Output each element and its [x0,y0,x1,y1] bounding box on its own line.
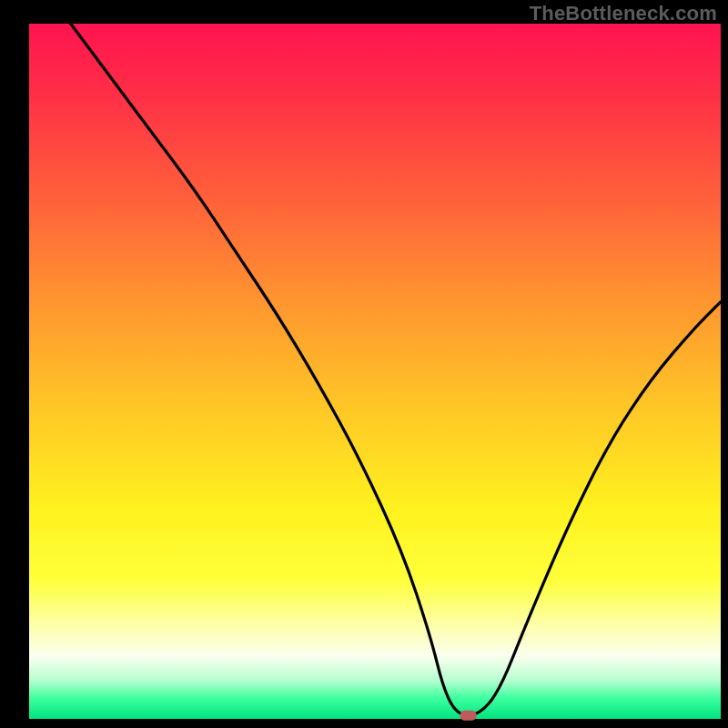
watermark-label: TheBottleneck.com [530,2,717,25]
optimal-point-marker [460,711,477,721]
bottleneck-chart [0,0,728,728]
plot-background [29,24,721,719]
chart-container: TheBottleneck.com [0,0,728,728]
